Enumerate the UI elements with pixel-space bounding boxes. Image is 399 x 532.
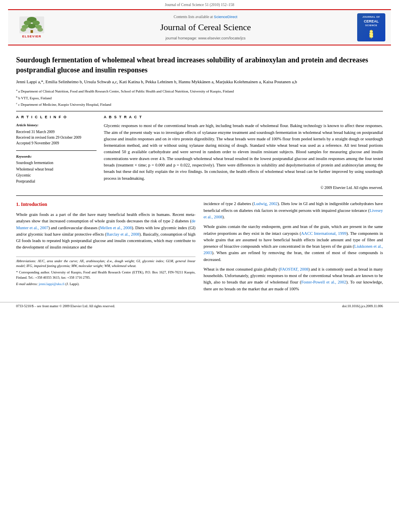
article-title: Sourdough fermentation of wholemeal whea… [16,55,383,75]
ref-liukkonen[interactable]: Liukkonen et al., 2003 [204,244,383,255]
history-heading: Article history: [16,123,97,128]
elsevier-brand-text: ELSEVIER [22,34,41,39]
article-content: Sourdough fermentation of wholemeal whea… [0,45,399,300]
sciencedirect-text: Contents lists available at ScienceDirec… [58,14,353,20]
page: Journal of Cereal Science 51 (2010) 152–… [0,0,399,532]
ref-foster-powell[interactable]: Foster-Powell et al., 2002 [301,280,346,284]
keyword-2: Wholemeal wheat bread [16,166,97,173]
doi-text: doi:10.1016/j.jcs.2009.11.006 [342,304,383,309]
abstract-paragraph: Glycemic responses to most of the conven… [104,123,383,181]
abstract-column: A B S T R A C T Glycemic responses to mo… [104,115,383,191]
article-history-block: Article history: Received 31 March 2009 … [16,123,97,146]
footnote-corresponding: * Corresponding author. University of Ku… [16,270,195,280]
journal-header-center: Contents lists available at ScienceDirec… [58,14,353,41]
abstract-label: A B S T R A C T [104,115,383,120]
keywords-heading: Keywords: [16,154,97,159]
article-info-column: A R T I C L E I N F O Article history: R… [16,115,97,191]
journal-header: ELSEVIER Contents lists available at Sci… [8,9,391,45]
email-link[interactable]: jenni.lappi@uku.fi [39,282,64,286]
ref-livesey[interactable]: Livesey et al., 2008 [204,208,383,219]
intro-para-1: Whole grain foods as a part of the diet … [16,212,195,251]
bottom-bar: 0733-5210/$ – see front matter © 2009 El… [0,302,399,310]
section-divider [16,195,383,196]
divider-1 [16,111,383,111]
abstract-body: Glycemic responses to most of the conven… [104,123,383,191]
revised-date: Received in revised form 29 October 2009 [16,135,97,140]
affiliation-b: b b VTT, Espoo, Finland [16,95,383,101]
intro-para-3: Whole grains contain the starchy endospe… [204,224,383,263]
affiliation-c: c c Department of Medicine, Kuopio Unive… [16,101,383,108]
divider-2 [16,150,97,151]
elsevier-tree-icon [19,16,44,33]
authors-line: Jenni Lappi a,*, Emilia Selinheimo b, Ur… [16,79,383,85]
accepted-date: Accepted 9 November 2009 [16,140,97,146]
intro-para-4: Wheat is the most consumed grain globall… [204,266,383,292]
journal-reference: Journal of Cereal Science 51 (2010) 152–… [0,0,399,9]
received-date: Received 31 March 2009 [16,129,97,135]
cereal-logo-area: journal of CEREAL SCIENCE [353,13,385,41]
elsevier-logo: ELSEVIER [14,16,50,39]
affiliation-a: a a Department of Clinical Nutrition, Fo… [16,88,383,94]
intro-para-2: incidence of type 2 diabetes (Ludwig, 20… [204,201,383,220]
affiliations: a a Department of Clinical Nutrition, Fo… [16,88,383,108]
footnotes-area: Abbreviations: AUC, area under the curve… [16,257,195,287]
ref-ludwig[interactable]: Ludwig, 2002 [254,201,278,206]
introduction-heading: 1. Introduction [16,201,195,208]
ref-faostat[interactable]: FAOSTAT, 2008 [280,267,308,271]
keywords-block: Keywords: Sourdough fermentation Wholeme… [16,154,97,185]
wheat-icon [366,28,377,39]
issn-text: 0733-5210/$ – see front matter © 2009 El… [16,304,115,309]
body-col-left: 1. Introduction Whole grain foods as a p… [16,201,195,295]
article-info-label: A R T I C L E I N F O [16,115,97,120]
body-content: 1. Introduction Whole grain foods as a p… [16,201,383,295]
svg-rect-7 [31,30,33,33]
cereal-science-logo: journal of CEREAL SCIENCE [357,13,385,41]
svg-point-8 [21,28,26,32]
ref-mellen[interactable]: Mellen et al., 2008 [100,226,132,230]
ref-barclay[interactable]: Barclay et al., 2008 [106,232,139,236]
journal-name-header: Journal of Cereal Science [58,21,353,34]
article-info-abstract-section: A R T I C L E I N F O Article history: R… [16,115,383,191]
journal-homepage-url: journal homepage: www.elsevier.com/locat… [58,35,353,41]
body-col-right: incidence of type 2 diabetes (Ludwig, 20… [204,201,383,295]
sciencedirect-link[interactable]: ScienceDirect [214,14,238,19]
footnote-abbreviations: Abbreviations: AUC, area under the curve… [16,259,195,269]
keyword-1: Sourdough fermentation [16,160,97,166]
svg-point-9 [37,28,43,32]
keyword-4: Postprandial [16,179,97,185]
elsevier-logo-area: ELSEVIER [14,16,58,39]
copyright-line: © 2009 Elsevier Ltd. All rights reserved… [104,185,383,191]
svg-point-5 [28,24,36,29]
keyword-3: Glycemic [16,173,97,179]
ref-aacc[interactable]: AACC International, 1999 [301,231,347,236]
footnote-email: E-mail address: jenni.lappi@uku.fi (J. L… [16,281,195,287]
